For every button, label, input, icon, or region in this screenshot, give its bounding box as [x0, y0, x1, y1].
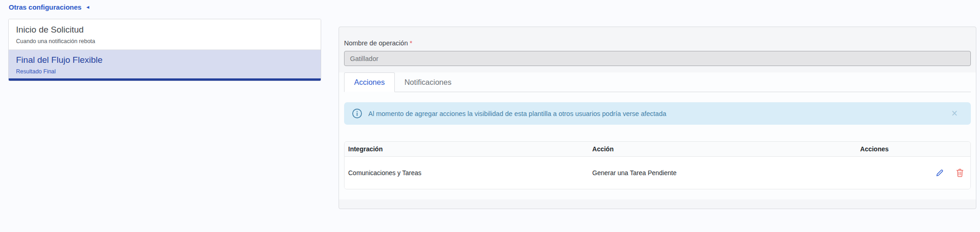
- list-item-title: Final del Flujo Flexible: [16, 55, 313, 65]
- tab-label: Acciones: [354, 78, 385, 87]
- cell-row-actions: [856, 157, 970, 189]
- column-header-accion: Acción: [589, 142, 857, 157]
- list-item-final-del-flujo-flexible[interactable]: Final del Flujo Flexible Resultado Final: [9, 50, 321, 81]
- info-banner: Al momento de agregar acciones la visibi…: [344, 102, 971, 125]
- back-link-otras-configuraciones[interactable]: Otras configuraciones ◂: [9, 3, 89, 11]
- back-link-label: Otras configuraciones: [9, 3, 81, 11]
- operation-name-label: Nombre de operación*: [344, 39, 971, 47]
- banner-close-icon[interactable]: ×: [952, 108, 958, 119]
- tab-label: Notificaciones: [404, 78, 452, 87]
- edit-pencil-icon[interactable]: [935, 168, 944, 177]
- operation-detail-panel: Nombre de operación* Acciones Notificaci…: [339, 27, 976, 209]
- tab-section: Acciones Notificaciones Al momento de ag…: [339, 72, 976, 199]
- tab-bar: Acciones Notificaciones: [344, 72, 971, 92]
- column-header-acciones: Acciones: [856, 142, 970, 157]
- list-item-title: Inicio de Solicitud: [16, 25, 313, 35]
- tab-notificaciones[interactable]: Notificaciones: [395, 72, 461, 92]
- list-item-inicio-de-solicitud[interactable]: Inicio de Solicitud Cuando una notificac…: [9, 19, 321, 50]
- required-asterisk: *: [409, 39, 412, 47]
- operations-list: Inicio de Solicitud Cuando una notificac…: [8, 19, 321, 81]
- list-item-subtitle: Cuando una notificación rebota: [16, 38, 313, 44]
- delete-trash-icon[interactable]: [956, 168, 964, 177]
- column-header-integracion: Integración: [345, 142, 589, 157]
- cell-action: Generar una Tarea Pendiente: [589, 157, 857, 189]
- tab-acciones[interactable]: Acciones: [344, 72, 395, 92]
- info-circle-icon: [352, 108, 362, 119]
- operation-name-input[interactable]: [344, 51, 971, 66]
- list-item-subtitle: Resultado Final: [16, 68, 313, 75]
- actions-table: Integración Acción Acciones Comunicacion…: [344, 141, 971, 189]
- collapse-arrow-icon: ◂: [86, 4, 89, 11]
- cell-integration: Comunicaciones y Tareas: [345, 157, 589, 189]
- info-banner-message: Al momento de agregar acciones la visibi…: [368, 110, 666, 117]
- page: { "header": { "back_label": "Otras confi…: [0, 0, 980, 232]
- operation-name-label-text: Nombre de operación: [344, 39, 408, 47]
- table-row: Comunicaciones y Tareas Generar una Tare…: [345, 157, 970, 189]
- table-header-row: Integración Acción Acciones: [345, 142, 970, 157]
